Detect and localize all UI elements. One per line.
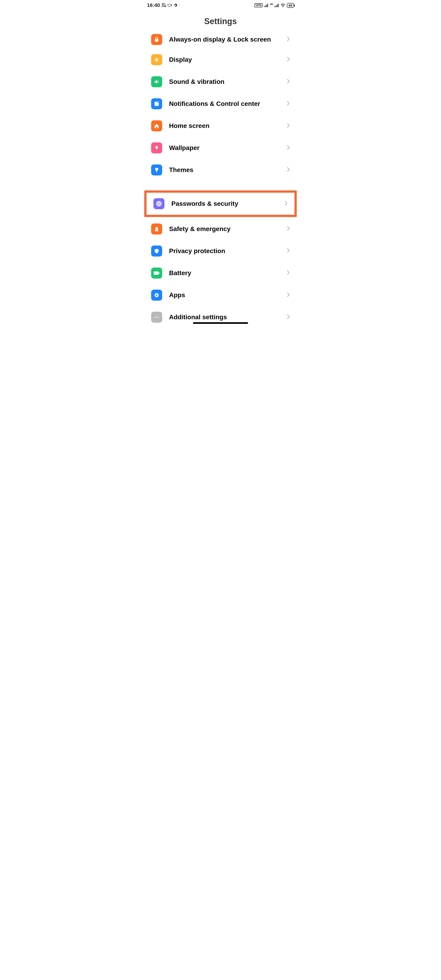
item-label: Passwords & security: [171, 200, 282, 208]
chevron-right-icon: [287, 57, 290, 63]
item-label: Apps: [169, 291, 284, 299]
svg-point-27: [157, 202, 161, 205]
network-label: 4G: [270, 3, 273, 5]
divider: [147, 186, 294, 187]
item-label: Wallpaper: [169, 144, 284, 152]
battery-mini-icon: [168, 4, 172, 7]
notification-icon: [151, 98, 162, 109]
svg-rect-30: [154, 272, 159, 275]
signal-icon: [264, 3, 269, 7]
item-label: Additional settings: [169, 313, 284, 321]
settings-item-passwords-security[interactable]: Passwords & security: [146, 193, 295, 215]
settings-group-2: Passwords & security Safety & emergency …: [140, 190, 301, 324]
brush-icon: [151, 164, 162, 175]
gear-icon: [173, 3, 177, 7]
emergency-icon: [151, 223, 162, 234]
settings-group-1: Always-on display & Lock screen Display …: [140, 30, 301, 181]
status-right: VPN 4G 88: [255, 3, 294, 8]
svg-rect-3: [264, 6, 264, 7]
svg-point-33: [156, 294, 158, 296]
svg-line-21: [158, 58, 159, 58]
item-label: Privacy protection: [169, 247, 284, 255]
chevron-right-icon: [287, 36, 290, 43]
settings-item-battery[interactable]: Battery: [144, 262, 297, 284]
svg-line-19: [158, 61, 159, 62]
flower-icon: [151, 142, 162, 153]
speaker-icon: [151, 76, 162, 87]
mute-icon: [161, 3, 166, 8]
svg-point-13: [155, 58, 158, 61]
home-icon: [151, 120, 162, 131]
svg-rect-10: [278, 4, 279, 7]
settings-item-home-screen[interactable]: Home screen: [144, 115, 297, 137]
svg-rect-9: [277, 5, 277, 7]
svg-rect-2: [172, 5, 172, 6]
svg-rect-5: [266, 5, 267, 7]
svg-point-36: [158, 317, 159, 318]
page-title: Settings: [140, 10, 301, 30]
svg-rect-7: [274, 6, 275, 7]
chevron-right-icon: [287, 314, 290, 320]
svg-point-23: [157, 102, 159, 103]
chevron-right-icon: [287, 78, 290, 85]
brightness-icon: [151, 54, 162, 65]
settings-item-notifications[interactable]: Notifications & Control center: [144, 93, 297, 115]
item-label: Safety & emergency: [169, 225, 284, 233]
item-label: Themes: [169, 166, 284, 174]
battery-icon: [151, 267, 162, 278]
shield-icon: [151, 245, 162, 256]
svg-point-35: [156, 317, 157, 318]
settings-item-wallpaper[interactable]: Wallpaper: [144, 137, 297, 159]
item-label: Display: [169, 56, 284, 64]
chevron-right-icon: [287, 248, 290, 254]
item-label: Home screen: [169, 122, 284, 130]
nav-indicator: [193, 322, 248, 324]
highlight-box: Passwords & security: [144, 190, 297, 217]
chevron-right-icon: [287, 292, 290, 298]
svg-rect-8: [275, 5, 276, 7]
status-left: 16:40: [147, 2, 177, 8]
battery-indicator: 88: [287, 3, 294, 8]
chevron-right-icon: [287, 167, 290, 173]
item-label: Sound & vibration: [169, 78, 284, 86]
chevron-right-icon: [287, 100, 290, 107]
item-label: Always-on display & Lock screen: [169, 35, 284, 44]
svg-line-20: [155, 61, 155, 62]
svg-rect-1: [168, 4, 171, 6]
settings-item-privacy[interactable]: Privacy protection: [144, 240, 297, 262]
svg-point-26: [158, 203, 160, 205]
chevron-right-icon: [284, 200, 288, 207]
settings-item-additional[interactable]: Additional settings: [144, 306, 297, 324]
apps-icon: [151, 290, 162, 301]
svg-rect-12: [155, 39, 158, 42]
wifi-icon: [280, 3, 285, 7]
settings-item-apps[interactable]: Apps: [144, 284, 297, 306]
lock-icon: [151, 34, 162, 45]
settings-item-display[interactable]: Display: [144, 49, 297, 71]
signal2-icon: [274, 3, 279, 7]
chevron-right-icon: [287, 226, 290, 232]
svg-line-18: [155, 58, 155, 58]
status-bar: 16:40 VPN 4G: [140, 0, 301, 10]
vpn-badge: VPN: [255, 3, 263, 7]
svg-rect-25: [156, 170, 157, 172]
settings-item-sound[interactable]: Sound & vibration: [144, 71, 297, 93]
svg-rect-31: [159, 272, 160, 274]
settings-item-safety-emergency[interactable]: Safety & emergency: [144, 218, 297, 240]
fingerprint-icon: [153, 198, 164, 209]
settings-item-always-on-display[interactable]: Always-on display & Lock screen: [144, 30, 297, 49]
svg-point-34: [154, 317, 156, 318]
chevron-right-icon: [287, 123, 290, 129]
item-label: Notifications & Control center: [169, 100, 284, 108]
svg-rect-29: [155, 231, 158, 231]
chevron-right-icon: [287, 270, 290, 276]
svg-rect-24: [155, 168, 158, 170]
more-icon: [151, 312, 162, 323]
settings-item-themes[interactable]: Themes: [144, 159, 297, 181]
status-time: 16:40: [147, 2, 160, 8]
svg-rect-6: [267, 4, 268, 7]
svg-point-11: [283, 6, 283, 7]
svg-rect-4: [265, 5, 266, 7]
chevron-right-icon: [287, 145, 290, 151]
item-label: Battery: [169, 269, 284, 277]
